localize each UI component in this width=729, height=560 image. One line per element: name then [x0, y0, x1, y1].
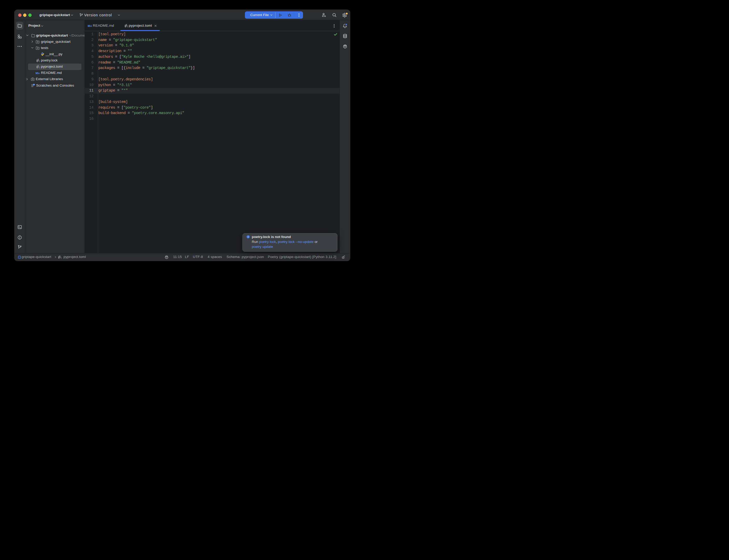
- svg-text:M: M: [88, 24, 90, 27]
- svg-text:M: M: [36, 72, 38, 75]
